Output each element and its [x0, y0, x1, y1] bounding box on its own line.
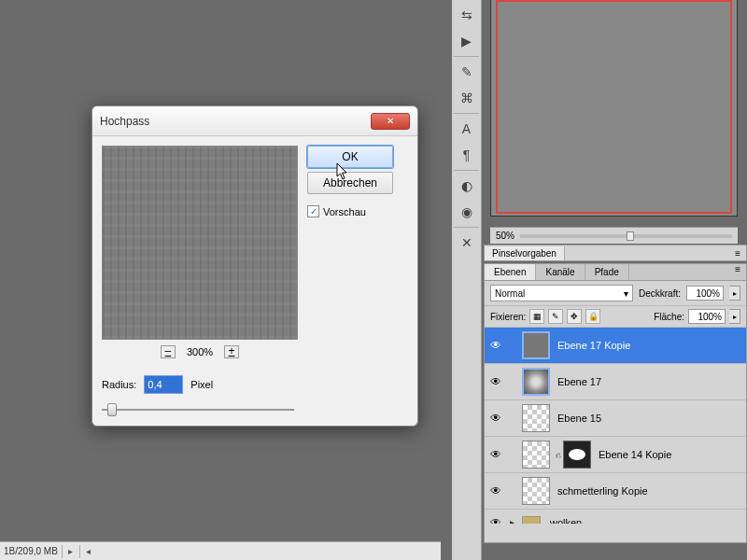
pinselvorgaben-panel: Pinselvorgaben ≡ — [484, 245, 747, 261]
status-menu-icon[interactable]: ▸ — [66, 546, 76, 556]
cancel-button[interactable]: Abbrechen — [307, 172, 393, 194]
flache-value[interactable]: 100% — [688, 309, 726, 324]
layer-thumbnail[interactable] — [522, 477, 550, 505]
layer-name[interactable]: Ebene 15 — [554, 413, 601, 424]
radius-slider[interactable] — [102, 403, 294, 416]
radius-label: Radius: — [102, 379, 136, 390]
visibility-toggle[interactable]: 👁 — [485, 412, 507, 425]
layer-row[interactable]: 👁 Ebene 15 — [485, 400, 746, 437]
layer-row[interactable]: 👁 Ebene 17 Kopie — [485, 328, 746, 364]
layer-name[interactable]: Ebene 14 Kopie — [595, 449, 671, 460]
lock-row: Fixieren: ▦ ✎ ✥ 🔒 Fläche: 100% ▸ — [485, 306, 746, 328]
blend-mode-select[interactable]: Normal ▾ — [490, 285, 633, 301]
toggle-panels-icon[interactable]: ⇆ — [456, 4, 478, 26]
canvas-zoom-thumb[interactable] — [627, 231, 634, 241]
flache-stepper[interactable]: ▸ — [729, 309, 740, 324]
flache-label: Fläche: — [654, 312, 684, 322]
layer-group-row[interactable]: 👁 ▸ wolken — [485, 510, 746, 524]
swatch-icon[interactable]: ◐ — [456, 175, 478, 197]
layers-tabs: Ebenen Kanäle Pfade ≡ — [485, 264, 746, 281]
layer-thumbnail[interactable] — [522, 368, 550, 396]
slider-track — [102, 409, 294, 411]
close-icon: ✕ — [387, 116, 394, 126]
filter-preview[interactable] — [102, 146, 298, 340]
visibility-toggle[interactable]: 👁 — [485, 484, 507, 497]
fixieren-label: Fixieren: — [490, 312, 526, 322]
layer-name[interactable]: Ebene 17 — [554, 376, 601, 387]
canvas-zoom-value: 50% — [496, 231, 514, 241]
layer-thumbnail[interactable] — [522, 404, 550, 432]
tab-pfade[interactable]: Pfade — [585, 264, 629, 280]
close-button[interactable]: ✕ — [371, 113, 410, 130]
layer-mask-thumbnail[interactable] — [563, 441, 591, 469]
visibility-toggle[interactable]: 👁 — [485, 516, 507, 525]
group-disclosure[interactable]: ▸ — [507, 517, 516, 524]
deckkraft-label: Deckkraft: — [639, 288, 681, 299]
clone-icon[interactable]: ⌘ — [456, 87, 478, 109]
layer-name[interactable]: wolken — [546, 517, 582, 525]
visibility-toggle[interactable]: 👁 — [485, 339, 507, 352]
zoom-percent: 300% — [187, 346, 213, 357]
slider-thumb[interactable] — [107, 403, 117, 416]
layers-panel-menu-icon[interactable]: ≡ — [729, 264, 746, 280]
pinselvorgaben-menu-icon[interactable]: ≡ — [729, 248, 746, 259]
document-canvas-area — [490, 0, 738, 217]
ok-button[interactable]: OK — [307, 146, 393, 168]
preview-checkbox[interactable]: ✓ — [307, 205, 319, 217]
layers-panel: Ebenen Kanäle Pfade ≡ Normal ▾ Deckkraft… — [484, 263, 747, 543]
layer-list[interactable]: 👁 Ebene 17 Kopie 👁 Ebene 17 👁 Ebene 15 👁… — [485, 328, 746, 524]
visibility-toggle[interactable]: 👁 — [485, 375, 507, 388]
history-play-icon[interactable]: ▶ — [456, 30, 478, 52]
chevron-down-icon: ▾ — [624, 288, 628, 299]
dialog-titlebar[interactable]: Hochpass ✕ — [92, 106, 417, 136]
dialog-title: Hochpass — [100, 115, 149, 128]
camera-icon[interactable]: ◉ — [456, 201, 478, 223]
layer-name[interactable]: schmetterling Kopie — [554, 485, 648, 497]
preview-texture — [103, 147, 297, 339]
visibility-toggle[interactable]: 👁 — [485, 448, 507, 461]
layer-name[interactable]: Ebene 17 Kopie — [554, 340, 630, 351]
radius-unit: Pixel — [190, 379, 213, 390]
pinselvorgaben-tab[interactable]: Pinselvorgaben — [485, 246, 565, 260]
type-icon[interactable]: A — [456, 118, 478, 140]
document-canvas[interactable] — [496, 0, 732, 214]
right-toolbar: ⇆ ▶ ✎ ⌘ A ¶ ◐ ◉ ✕ — [452, 0, 482, 560]
tools-cross-icon[interactable]: ✕ — [456, 231, 478, 254]
canvas-zoom-slider[interactable] — [520, 234, 732, 238]
layer-thumbnail[interactable] — [522, 441, 550, 469]
deckkraft-stepper[interactable]: ▸ — [729, 286, 740, 301]
status-memory: 1B/209,0 MB — [4, 546, 58, 556]
scroll-left-icon[interactable]: ◂ — [84, 546, 93, 556]
zoom-out-button[interactable]: – — [161, 345, 176, 358]
layer-row[interactable]: 👁 Ebene 17 — [485, 364, 746, 400]
deckkraft-value[interactable]: 100% — [686, 286, 724, 301]
hochpass-dialog: Hochpass ✕ – 300% + Radius: Pixel — [92, 105, 418, 427]
canvas-zoom-bar: 50% — [490, 227, 738, 244]
tab-kanale[interactable]: Kanäle — [536, 264, 585, 280]
tab-ebenen[interactable]: Ebenen — [485, 264, 536, 280]
paragraph-icon[interactable]: ¶ — [456, 144, 478, 166]
brush-icon[interactable]: ✎ — [456, 61, 478, 83]
blend-mode-value: Normal — [495, 288, 525, 299]
layer-thumbnail[interactable] — [522, 331, 550, 359]
layer-row[interactable]: 👁 schmetterling Kopie — [485, 473, 746, 510]
lock-transparent-icon[interactable]: ▦ — [529, 309, 544, 324]
lock-all-icon[interactable]: 🔒 — [585, 309, 600, 324]
zoom-in-button[interactable]: + — [224, 345, 239, 358]
lock-paint-icon[interactable]: ✎ — [548, 309, 563, 324]
preview-checkbox-label: Vorschau — [323, 206, 366, 217]
radius-input[interactable] — [144, 375, 183, 394]
blend-row: Normal ▾ Deckkraft: 100% ▸ — [485, 281, 746, 306]
folder-icon — [522, 516, 541, 525]
layer-row[interactable]: 👁 ⎌ Ebene 14 Kopie — [485, 437, 746, 473]
status-bar: 1B/209,0 MB ▸ ◂ — [0, 541, 441, 560]
lock-move-icon[interactable]: ✥ — [567, 309, 582, 324]
link-icon: ⎌ — [556, 450, 561, 460]
